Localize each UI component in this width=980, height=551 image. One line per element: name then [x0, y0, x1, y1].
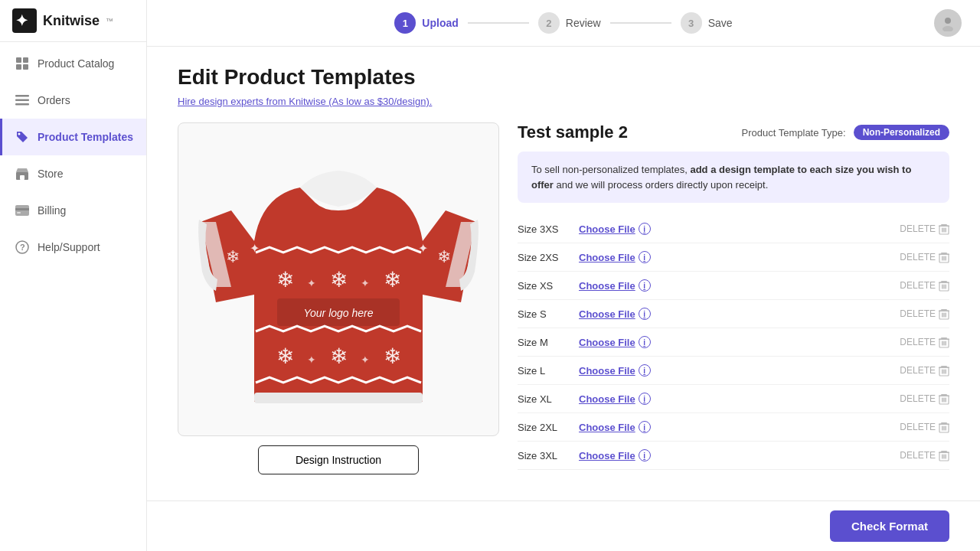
- main-panel: 1 Upload 2 Review 3 Save Edit Product Te…: [147, 0, 980, 551]
- logo-area: ✦ Knitwise ™: [0, 0, 146, 42]
- check-format-button[interactable]: Check Format: [830, 510, 949, 542]
- step-3: 3 Save: [681, 12, 733, 34]
- sidebar-item-orders[interactable]: Orders: [0, 82, 146, 119]
- step-line-1: [468, 22, 529, 24]
- delete-button[interactable]: DELETE: [900, 279, 949, 292]
- step-3-circle: 3: [681, 12, 702, 34]
- svg-rect-87: [946, 455, 947, 459]
- svg-text:Your logo here: Your logo here: [303, 307, 373, 319]
- delete-label: DELETE: [900, 252, 936, 262]
- svg-rect-59: [939, 311, 949, 312]
- delete-label: DELETE: [900, 450, 936, 461]
- store-icon: [15, 166, 30, 181]
- trash-icon: [939, 364, 949, 377]
- delete-label: DELETE: [900, 223, 936, 234]
- svg-rect-75: [946, 398, 947, 403]
- avatar[interactable]: [934, 9, 962, 37]
- choose-file-link[interactable]: Choose File i: [579, 336, 651, 348]
- svg-rect-83: [939, 424, 949, 425]
- sidebar-label-billing: Billing: [38, 204, 66, 217]
- template-type-badge: Non-Personalized: [854, 125, 949, 140]
- delete-label: DELETE: [900, 422, 936, 432]
- choose-file-link[interactable]: Choose File i: [579, 449, 651, 461]
- size-row: Size S Choose File i DELETE: [518, 300, 949, 328]
- design-instruction-button[interactable]: Design Instruction: [258, 445, 419, 474]
- choose-file-link[interactable]: Choose File i: [579, 364, 651, 377]
- info-icon[interactable]: i: [639, 223, 651, 235]
- topbar: 1 Upload 2 Review 3 Save: [147, 0, 980, 47]
- choose-file-link[interactable]: Choose File i: [579, 421, 651, 433]
- choose-file-link[interactable]: Choose File i: [579, 251, 651, 263]
- svg-rect-53: [939, 282, 949, 284]
- sidebar-item-product-templates[interactable]: Product Templates: [0, 119, 146, 155]
- delete-button[interactable]: DELETE: [900, 393, 949, 405]
- sidebar-label-orders: Orders: [38, 94, 70, 106]
- svg-rect-6: [15, 95, 29, 97]
- delete-button[interactable]: DELETE: [900, 308, 949, 320]
- choose-file-link[interactable]: Choose File i: [579, 223, 651, 235]
- delete-label: DELETE: [900, 308, 936, 319]
- delete-button[interactable]: DELETE: [900, 449, 949, 461]
- info-icon[interactable]: i: [639, 251, 651, 263]
- info-text-1: To sell non-personalized templates,: [531, 164, 688, 175]
- sidebar-label-product-templates: Product Templates: [38, 131, 133, 143]
- sidebar-item-help-support[interactable]: ? Help/Support: [0, 229, 146, 266]
- svg-rect-89: [939, 452, 949, 454]
- svg-rect-50: [943, 285, 945, 289]
- svg-rect-13: [15, 208, 29, 210]
- step-1-circle: 1: [394, 12, 416, 34]
- sidebar-label-help-support: Help/Support: [38, 241, 100, 253]
- content-area: Edit Product Templates Hire design exper…: [147, 47, 980, 500]
- delete-label: DELETE: [900, 337, 936, 347]
- size-label: Size XS: [518, 280, 579, 292]
- info-icon[interactable]: i: [639, 308, 651, 320]
- info-icon[interactable]: i: [639, 279, 651, 292]
- info-icon[interactable]: i: [639, 421, 651, 433]
- trash-icon: [939, 308, 949, 320]
- info-icon[interactable]: i: [639, 449, 651, 461]
- step-2-circle: 2: [538, 12, 560, 34]
- sidebar-item-billing[interactable]: Billing: [0, 192, 146, 229]
- size-rows: Size 3XS Choose File i DELETE Size 2XS: [518, 215, 949, 470]
- trash-icon: [939, 421, 949, 433]
- svg-rect-47: [939, 254, 949, 256]
- delete-button[interactable]: DELETE: [900, 336, 949, 348]
- size-row: Size 2XS Choose File i DELETE: [518, 243, 949, 272]
- billing-icon: [15, 203, 30, 218]
- svg-point-18: [942, 26, 953, 31]
- svg-text:✦: ✦: [361, 277, 370, 289]
- sidebar-item-store[interactable]: Store: [0, 155, 146, 192]
- svg-text:❄: ❄: [276, 344, 294, 368]
- choose-file-link[interactable]: Choose File i: [579, 279, 651, 292]
- svg-rect-63: [946, 341, 947, 346]
- delete-button[interactable]: DELETE: [900, 251, 949, 263]
- svg-rect-74: [943, 398, 945, 403]
- svg-text:✦: ✦: [15, 12, 28, 29]
- svg-rect-8: [15, 103, 29, 106]
- svg-text:✦: ✦: [361, 354, 370, 366]
- step-2-label: Review: [566, 17, 601, 29]
- delete-button[interactable]: DELETE: [900, 364, 949, 377]
- svg-rect-62: [943, 341, 945, 346]
- size-row: Size XL Choose File i DELETE: [518, 385, 949, 413]
- delete-button[interactable]: DELETE: [900, 421, 949, 433]
- choose-file-link[interactable]: Choose File i: [579, 308, 651, 320]
- sidebar-item-product-catalog[interactable]: Product Catalog: [0, 45, 146, 82]
- two-column-layout: ❄ ✦ ❄ ✦ ❄ ❄ ❄: [178, 122, 949, 474]
- step-1: 1 Upload: [394, 12, 458, 34]
- trash-icon: [939, 251, 949, 263]
- sweater-svg: ❄ ✦ ❄ ✦ ❄ ❄ ❄: [193, 134, 484, 425]
- sidebar: ✦ Knitwise ™ Product Catalog Orders: [0, 0, 147, 551]
- hire-link[interactable]: Hire design experts from Knitwise (As lo…: [178, 96, 432, 107]
- delete-button[interactable]: DELETE: [900, 223, 949, 235]
- info-icon[interactable]: i: [639, 393, 651, 405]
- grid-icon: [15, 56, 30, 71]
- info-icon[interactable]: i: [639, 364, 651, 377]
- template-type-row: Product Template Type: Non-Personalized: [742, 125, 949, 140]
- help-icon: ?: [15, 240, 30, 255]
- choose-file-link[interactable]: Choose File i: [579, 393, 651, 405]
- step-1-label: Upload: [422, 17, 458, 29]
- svg-rect-80: [943, 426, 945, 431]
- svg-rect-79: [942, 426, 943, 431]
- info-icon[interactable]: i: [639, 336, 651, 348]
